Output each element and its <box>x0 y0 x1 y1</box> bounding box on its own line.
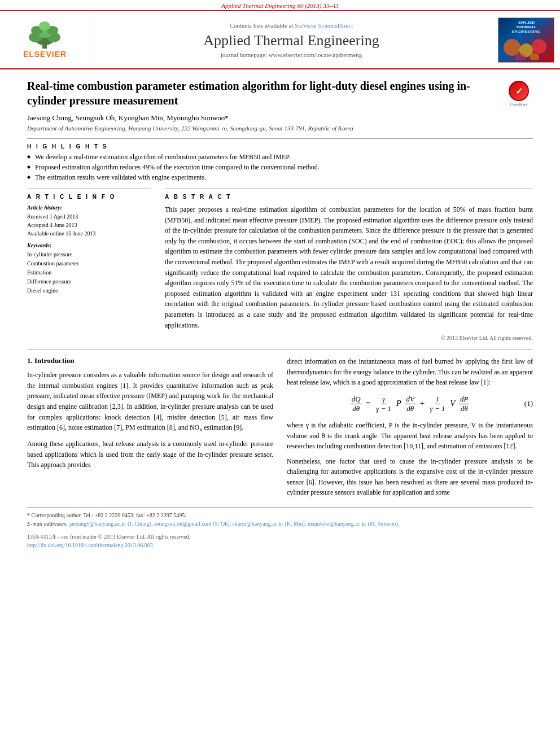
keyword-4: Difference pressure <box>27 277 151 286</box>
body-content: 1. Introduction In-cylinder pressure con… <box>27 356 533 503</box>
keyword-2: Combustion parameter <box>27 259 151 268</box>
body-col-left: 1. Introduction In-cylinder pressure con… <box>27 356 273 503</box>
equation-content: dQ dθ = γ γ − 1 P dV dθ + <box>349 395 471 413</box>
elsevier-logo-area: ELSEVIER <box>0 15 90 65</box>
journal-header: ELSEVIER Contents lists available at Sci… <box>0 11 560 69</box>
article-history: Article history: Received 1 April 2013 A… <box>27 204 151 238</box>
email-links[interactable]: jaesung6@hanyang.ac.kr (J. Chung), seung… <box>69 521 400 527</box>
history-label: Article history: <box>27 204 151 211</box>
body-paragraph-1: In-cylinder pressure considers as a valu… <box>27 370 273 434</box>
equation-1: dQ dθ = γ γ − 1 P dV dθ + <box>287 395 533 413</box>
main-content: Real-time combustion parameter estimatio… <box>0 69 560 558</box>
article-info-heading: A R T I C L E I N F O <box>27 194 151 200</box>
cover-graphic <box>501 36 552 60</box>
body-paragraph-5: Nonetheless, one factor that used to cau… <box>287 456 533 498</box>
sciverse-link: Contents lists available at SciVerse Sci… <box>230 22 353 29</box>
journal-citation: Applied Thermal Engineering 60 (2013) 33… <box>221 2 338 9</box>
svg-point-7 <box>39 21 50 30</box>
footnote-area: * Corresponding author. Tel.: +82 2 2220… <box>27 507 533 549</box>
article-info: A R T I C L E I N F O Article history: R… <box>27 189 151 295</box>
crossmark-badge[interactable]: ✓ CrossMark <box>505 81 533 107</box>
journal-cover-area: APPLIED THERMAL ENGINEERING <box>492 15 560 65</box>
equation-number: (1) <box>524 399 533 408</box>
highlight-item-2: Proposed estimation algorithm reduces 49… <box>27 163 533 172</box>
available-date: Available online 15 June 2013 <box>27 229 151 238</box>
authors: Jaesung Chung, Seungsuk Oh, Kyunghan Min… <box>27 113 533 123</box>
equation-lhs: dQ dθ <box>349 399 366 408</box>
journal-info-center: Contents lists available at SciVerse Sci… <box>90 15 492 65</box>
highlights-divider <box>27 138 533 139</box>
highlights-heading: H I G H L I G H T S <box>27 143 533 150</box>
elsevier-wordmark: ELSEVIER <box>23 50 67 59</box>
section-1-title: 1. Introduction <box>27 356 273 365</box>
elsevier-logo: ELSEVIER <box>20 21 71 59</box>
keywords-section: Keywords: In-cylinder pressure Combustio… <box>27 242 151 295</box>
received-date: Received 1 April 2013 <box>27 212 151 221</box>
body-paragraph-2: Among these applications, heat release a… <box>27 439 273 470</box>
journal-top-bar: Applied Thermal Engineering 60 (2013) 33… <box>0 0 560 11</box>
body-divider <box>27 349 533 350</box>
body-paragraph-3: direct information on the instantaneous … <box>287 356 533 388</box>
journal-url: journal homepage: www.elsevier.com/locat… <box>221 51 362 58</box>
equation-equals: = <box>365 399 373 408</box>
highlight-item-1: We develop a real-time estimation algori… <box>27 153 533 161</box>
keyword-1: In-cylinder pressure <box>27 250 151 259</box>
crossmark-label: CrossMark <box>510 102 527 107</box>
highlight-item-3: The estimation results were validated wi… <box>27 173 533 182</box>
article-title-section: Real-time combustion parameter estimatio… <box>27 78 533 108</box>
elsevier-tree-icon <box>20 21 71 49</box>
info-abstract-section: A R T I C L E I N F O Article history: R… <box>27 189 533 341</box>
cover-line-3: ENGINEERING <box>512 29 541 34</box>
crossmark-icon: ✓ <box>509 81 529 101</box>
email-footnote: E-mail addresses: jaesung6@hanyang.ac.kr… <box>27 519 533 528</box>
article-info-column: A R T I C L E I N F O Article history: R… <box>27 189 151 341</box>
abstract-section: A B S T R A C T This paper proposes a re… <box>165 189 533 341</box>
sciverse-link-anchor[interactable]: SciVerse ScienceDirect <box>295 22 353 29</box>
cover-line-2: THERMAL <box>516 25 536 29</box>
article-title: Real-time combustion parameter estimatio… <box>27 78 498 108</box>
body-paragraph-4: where γ is the adiabatic coefficient, P … <box>287 420 533 452</box>
abstract-heading: A B S T R A C T <box>165 194 533 200</box>
corresponding-author-note: * Corresponding author. Tel.: +82 2 2220… <box>27 511 533 519</box>
accepted-date: Accepted 4 June 2013 <box>27 221 151 229</box>
highlights-section: H I G H L I G H T S We develop a real-ti… <box>27 143 533 182</box>
issn-line: 1359-4311/$ – see front matter © 2013 El… <box>27 532 533 549</box>
abstract-text: This paper proposes a real-time estimati… <box>165 204 533 330</box>
cover-line-1: APPLIED <box>518 20 535 25</box>
copyright-line: © 2013 Elsevier Ltd. All rights reserved… <box>165 335 533 341</box>
svg-point-10 <box>532 39 546 54</box>
journal-title: Applied Thermal Engineering <box>203 32 379 49</box>
keyword-5: Diesel engine <box>27 286 151 295</box>
keyword-3: Estimation <box>27 268 151 277</box>
svg-point-8 <box>504 39 520 56</box>
keywords-label: Keywords: <box>27 242 151 248</box>
body-col-right: direct information on the instantaneous … <box>287 356 533 503</box>
keywords-list: In-cylinder pressure Combustion paramete… <box>27 250 151 295</box>
affiliation: Department of Automotive Engineering, Ha… <box>27 125 533 132</box>
abstract-column: A B S T R A C T This paper proposes a re… <box>165 189 533 341</box>
email-label: E-mail addresses: <box>27 521 68 527</box>
doi-link[interactable]: http://dx.doi.org/10.1016/j.applthermale… <box>27 542 153 548</box>
journal-cover-image: APPLIED THERMAL ENGINEERING <box>498 18 554 63</box>
